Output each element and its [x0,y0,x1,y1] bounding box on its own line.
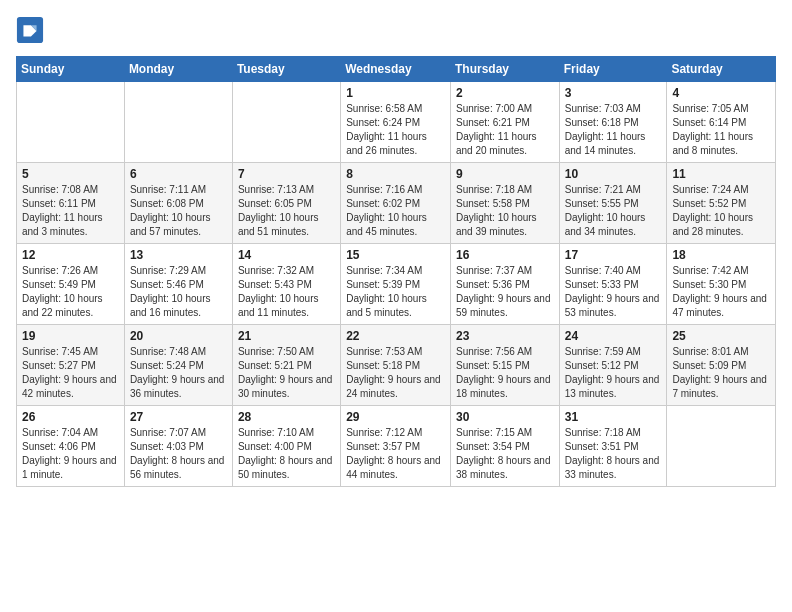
day-number: 28 [238,410,335,424]
calendar-cell: 30Sunrise: 7:15 AM Sunset: 3:54 PM Dayli… [450,406,559,487]
day-info: Sunrise: 7:37 AM Sunset: 5:36 PM Dayligh… [456,264,554,320]
day-number: 15 [346,248,445,262]
calendar-cell: 15Sunrise: 7:34 AM Sunset: 5:39 PM Dayli… [341,244,451,325]
calendar-cell: 3Sunrise: 7:03 AM Sunset: 6:18 PM Daylig… [559,82,667,163]
day-number: 31 [565,410,662,424]
day-info: Sunrise: 7:16 AM Sunset: 6:02 PM Dayligh… [346,183,445,239]
calendar-cell: 14Sunrise: 7:32 AM Sunset: 5:43 PM Dayli… [232,244,340,325]
day-info: Sunrise: 7:10 AM Sunset: 4:00 PM Dayligh… [238,426,335,482]
weekday-header-saturday: Saturday [667,57,776,82]
day-number: 20 [130,329,227,343]
day-info: Sunrise: 7:48 AM Sunset: 5:24 PM Dayligh… [130,345,227,401]
day-number: 13 [130,248,227,262]
day-info: Sunrise: 7:13 AM Sunset: 6:05 PM Dayligh… [238,183,335,239]
calendar-cell: 19Sunrise: 7:45 AM Sunset: 5:27 PM Dayli… [17,325,125,406]
day-number: 11 [672,167,770,181]
day-number: 10 [565,167,662,181]
calendar-cell: 22Sunrise: 7:53 AM Sunset: 5:18 PM Dayli… [341,325,451,406]
calendar-cell: 26Sunrise: 7:04 AM Sunset: 4:06 PM Dayli… [17,406,125,487]
calendar-cell: 25Sunrise: 8:01 AM Sunset: 5:09 PM Dayli… [667,325,776,406]
weekday-header-friday: Friday [559,57,667,82]
calendar-cell: 24Sunrise: 7:59 AM Sunset: 5:12 PM Dayli… [559,325,667,406]
day-info: Sunrise: 7:04 AM Sunset: 4:06 PM Dayligh… [22,426,119,482]
calendar-cell: 5Sunrise: 7:08 AM Sunset: 6:11 PM Daylig… [17,163,125,244]
day-number: 12 [22,248,119,262]
calendar-cell: 12Sunrise: 7:26 AM Sunset: 5:49 PM Dayli… [17,244,125,325]
calendar-cell [667,406,776,487]
logo-icon [16,16,44,44]
day-info: Sunrise: 7:40 AM Sunset: 5:33 PM Dayligh… [565,264,662,320]
day-number: 6 [130,167,227,181]
day-number: 23 [456,329,554,343]
day-info: Sunrise: 7:53 AM Sunset: 5:18 PM Dayligh… [346,345,445,401]
day-number: 22 [346,329,445,343]
day-number: 3 [565,86,662,100]
day-info: Sunrise: 7:50 AM Sunset: 5:21 PM Dayligh… [238,345,335,401]
day-number: 2 [456,86,554,100]
calendar-week-row: 19Sunrise: 7:45 AM Sunset: 5:27 PM Dayli… [17,325,776,406]
calendar-cell [17,82,125,163]
day-info: Sunrise: 7:24 AM Sunset: 5:52 PM Dayligh… [672,183,770,239]
day-number: 8 [346,167,445,181]
day-info: Sunrise: 8:01 AM Sunset: 5:09 PM Dayligh… [672,345,770,401]
calendar-cell: 10Sunrise: 7:21 AM Sunset: 5:55 PM Dayli… [559,163,667,244]
weekday-header-wednesday: Wednesday [341,57,451,82]
day-number: 14 [238,248,335,262]
calendar-week-row: 26Sunrise: 7:04 AM Sunset: 4:06 PM Dayli… [17,406,776,487]
day-number: 25 [672,329,770,343]
calendar-cell [232,82,340,163]
day-info: Sunrise: 7:32 AM Sunset: 5:43 PM Dayligh… [238,264,335,320]
calendar-cell: 11Sunrise: 7:24 AM Sunset: 5:52 PM Dayli… [667,163,776,244]
day-number: 9 [456,167,554,181]
day-info: Sunrise: 7:18 AM Sunset: 5:58 PM Dayligh… [456,183,554,239]
day-info: Sunrise: 7:00 AM Sunset: 6:21 PM Dayligh… [456,102,554,158]
weekday-header-sunday: Sunday [17,57,125,82]
day-info: Sunrise: 7:45 AM Sunset: 5:27 PM Dayligh… [22,345,119,401]
calendar-week-row: 1Sunrise: 6:58 AM Sunset: 6:24 PM Daylig… [17,82,776,163]
day-info: Sunrise: 7:05 AM Sunset: 6:14 PM Dayligh… [672,102,770,158]
day-number: 5 [22,167,119,181]
day-number: 21 [238,329,335,343]
calendar-cell: 8Sunrise: 7:16 AM Sunset: 6:02 PM Daylig… [341,163,451,244]
day-info: Sunrise: 7:03 AM Sunset: 6:18 PM Dayligh… [565,102,662,158]
day-info: Sunrise: 7:07 AM Sunset: 4:03 PM Dayligh… [130,426,227,482]
day-number: 17 [565,248,662,262]
weekday-header-row: SundayMondayTuesdayWednesdayThursdayFrid… [17,57,776,82]
day-number: 24 [565,329,662,343]
logo [16,16,48,44]
calendar-cell: 17Sunrise: 7:40 AM Sunset: 5:33 PM Dayli… [559,244,667,325]
day-number: 19 [22,329,119,343]
calendar-week-row: 5Sunrise: 7:08 AM Sunset: 6:11 PM Daylig… [17,163,776,244]
day-info: Sunrise: 7:59 AM Sunset: 5:12 PM Dayligh… [565,345,662,401]
day-info: Sunrise: 7:26 AM Sunset: 5:49 PM Dayligh… [22,264,119,320]
calendar-cell: 20Sunrise: 7:48 AM Sunset: 5:24 PM Dayli… [124,325,232,406]
day-number: 1 [346,86,445,100]
calendar-cell: 6Sunrise: 7:11 AM Sunset: 6:08 PM Daylig… [124,163,232,244]
calendar-cell: 2Sunrise: 7:00 AM Sunset: 6:21 PM Daylig… [450,82,559,163]
day-info: Sunrise: 7:42 AM Sunset: 5:30 PM Dayligh… [672,264,770,320]
calendar-cell: 13Sunrise: 7:29 AM Sunset: 5:46 PM Dayli… [124,244,232,325]
calendar-cell: 27Sunrise: 7:07 AM Sunset: 4:03 PM Dayli… [124,406,232,487]
weekday-header-tuesday: Tuesday [232,57,340,82]
day-info: Sunrise: 7:34 AM Sunset: 5:39 PM Dayligh… [346,264,445,320]
calendar-cell: 29Sunrise: 7:12 AM Sunset: 3:57 PM Dayli… [341,406,451,487]
calendar-cell: 21Sunrise: 7:50 AM Sunset: 5:21 PM Dayli… [232,325,340,406]
calendar-cell [124,82,232,163]
calendar-cell: 1Sunrise: 6:58 AM Sunset: 6:24 PM Daylig… [341,82,451,163]
page-header [16,16,776,44]
calendar-cell: 23Sunrise: 7:56 AM Sunset: 5:15 PM Dayli… [450,325,559,406]
day-info: Sunrise: 7:21 AM Sunset: 5:55 PM Dayligh… [565,183,662,239]
day-number: 30 [456,410,554,424]
day-number: 29 [346,410,445,424]
calendar-cell: 16Sunrise: 7:37 AM Sunset: 5:36 PM Dayli… [450,244,559,325]
day-number: 27 [130,410,227,424]
calendar-cell: 18Sunrise: 7:42 AM Sunset: 5:30 PM Dayli… [667,244,776,325]
weekday-header-monday: Monday [124,57,232,82]
day-info: Sunrise: 7:11 AM Sunset: 6:08 PM Dayligh… [130,183,227,239]
calendar-cell: 4Sunrise: 7:05 AM Sunset: 6:14 PM Daylig… [667,82,776,163]
day-info: Sunrise: 7:18 AM Sunset: 3:51 PM Dayligh… [565,426,662,482]
calendar-week-row: 12Sunrise: 7:26 AM Sunset: 5:49 PM Dayli… [17,244,776,325]
calendar-table: SundayMondayTuesdayWednesdayThursdayFrid… [16,56,776,487]
weekday-header-thursday: Thursday [450,57,559,82]
day-number: 26 [22,410,119,424]
